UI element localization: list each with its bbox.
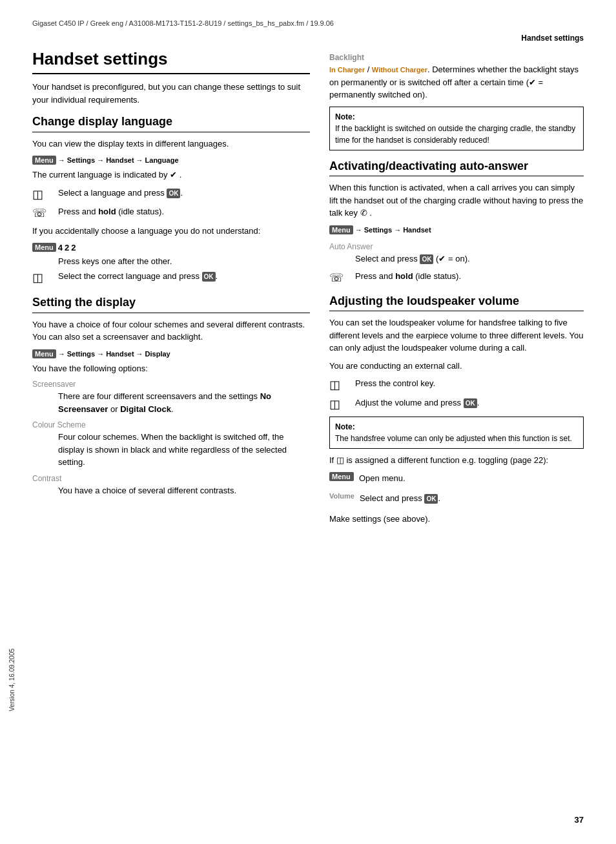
language-label: Language xyxy=(145,156,179,164)
note-text-loudspeaker: The handsfree volume can only be adjuste… xyxy=(335,434,572,443)
settings-label-1: Settings xyxy=(67,156,95,164)
menu-tag-aa: Menu xyxy=(329,225,353,234)
section-underline-1 xyxy=(32,132,310,132)
arrow-aa1: → xyxy=(355,226,362,234)
section-underline-3 xyxy=(329,176,584,176)
section-title-change-display: Change display language xyxy=(32,115,310,129)
page-title: Handset settings xyxy=(32,49,310,69)
settings-label-aa: Settings xyxy=(364,226,392,234)
header-right: Handset settings xyxy=(521,34,584,43)
menu-tag-ls: Menu xyxy=(329,472,354,481)
volume-label: Volume xyxy=(329,492,354,500)
num-2b: 2 xyxy=(71,243,76,252)
section-auto-answer: Activating/deactivating auto-answer When… xyxy=(329,160,584,285)
following-options-text: You have the following options: xyxy=(32,362,310,375)
intro-text: Your handset is preconfigured, but you c… xyxy=(32,81,310,106)
title-underline xyxy=(32,73,310,74)
action-text-aa-2: Press and hold (idle status). xyxy=(355,270,584,283)
ok-badge-1: OK xyxy=(167,189,180,198)
ok-badge-aa: OK xyxy=(420,254,433,264)
arrow-1: → xyxy=(58,156,65,164)
menu-tag-422: Menu xyxy=(32,243,56,252)
action-row-1: ◫ Select a language and press OK. xyxy=(32,187,310,202)
screensaver-text: There are four different screensavers an… xyxy=(58,390,310,415)
section-backlight: Backlight In Charger / Without Charger. … xyxy=(329,53,584,150)
backlight-label: Backlight xyxy=(329,53,584,62)
page-number: 37 xyxy=(575,815,584,825)
menu-tag-1: Menu xyxy=(32,156,56,165)
page: Gigaset C450 IP / Greek eng / A31008-M17… xyxy=(0,0,616,844)
two-col-layout: Handset settings Your handset is preconf… xyxy=(32,49,584,534)
language-indicated-text: The current language is indicated by ✔ . xyxy=(32,169,310,181)
ok-badge-ls: OK xyxy=(464,398,477,408)
num-2a: 2 xyxy=(65,243,69,252)
action-text-ls-1: Press the control key. xyxy=(355,377,584,390)
if-assigned-text: If ◫ is assigned a different function e.… xyxy=(329,454,584,467)
section-title-setting-display: Setting the display xyxy=(32,296,310,310)
note-title-loudspeaker: Note: xyxy=(335,422,355,431)
screensaver-label: Screensaver xyxy=(32,380,310,389)
action-text-1: Select a language and press OK. xyxy=(58,187,310,200)
backlight-text: In Charger / Without Charger. Determines… xyxy=(329,63,584,101)
change-display-text1: You can view the display texts in differ… xyxy=(32,138,310,150)
section-underline-4 xyxy=(329,311,584,311)
menu-path-language: Menu → Settings → Handset → Language xyxy=(32,156,179,165)
action-text-ls-2: Adjust the volume and press OK. xyxy=(355,396,584,409)
action-row-2: ☏ Press and hold (idle status). xyxy=(32,205,310,221)
action-row-ls-1: ◫ Press the control key. xyxy=(329,377,584,393)
arrow-d1: → xyxy=(58,350,65,358)
colour-scheme-text: Four colour schemes. When the backlight … xyxy=(58,431,310,469)
loudspeaker-text1: You can set the loudspeaker volume for h… xyxy=(329,316,584,355)
menu-number-422: Menu 4 2 2 xyxy=(32,243,76,252)
note-title-backlight: Note: xyxy=(335,112,355,121)
note-box-backlight: Note: If the backlight is switched on ou… xyxy=(329,107,584,150)
display-label: Display xyxy=(145,350,170,358)
handset-label-1: Handset xyxy=(106,156,134,164)
handset-label-d: Handset xyxy=(106,350,134,358)
menu-path-display: Menu → Settings → Handset → Display xyxy=(32,349,170,358)
auto-answer-text1: When this function is activated, when a … xyxy=(329,181,584,220)
section-title-auto-answer: Activating/deactivating auto-answer xyxy=(329,160,584,174)
settings-label-d: Settings xyxy=(67,350,95,358)
setting-display-text1: You have a choice of four colour schemes… xyxy=(32,318,310,344)
section-loudspeaker-volume: Adjusting the loudspeaker volume You can… xyxy=(329,294,584,526)
section-underline-2 xyxy=(32,313,310,313)
phone-icon-aa: ☏ xyxy=(329,271,349,285)
note-box-loudspeaker: Note: The handsfree volume can only be a… xyxy=(329,417,584,449)
auto-answer-action-text-1: Select and press OK (✔ = on). xyxy=(355,252,584,265)
adjust-icon: ◫ xyxy=(329,398,349,412)
right-column: Backlight In Charger / Without Charger. … xyxy=(329,49,584,534)
contrast-label: Contrast xyxy=(32,474,310,483)
version-text: Version 4, 16.09.2005 xyxy=(8,648,15,711)
menu-action-row: Menu Open menu. xyxy=(329,472,584,490)
section-setting-display: Setting the display You have a choice of… xyxy=(32,296,310,497)
auto-answer-action-1: Select and press OK (✔ = on). xyxy=(355,252,584,265)
nav-icon-1: ◫ xyxy=(32,188,52,202)
section-change-display-language: Change display language You can view the… xyxy=(32,115,310,285)
menu-path-auto-answer: Menu → Settings → Handset xyxy=(329,225,431,234)
phone-icon-1: ☏ xyxy=(32,207,52,221)
action-row-ls-2: ◫ Adjust the volume and press OK. xyxy=(329,396,584,412)
arrow-d2: → xyxy=(97,350,104,358)
colour-scheme-label: Colour Scheme xyxy=(32,420,310,429)
action-text-3: Select the correct language and press OK… xyxy=(58,270,310,283)
left-column: Handset settings Your handset is preconf… xyxy=(32,49,310,534)
section-title-loudspeaker: Adjusting the loudspeaker volume xyxy=(329,294,584,309)
make-settings-text: Make settings (see above). xyxy=(329,513,584,526)
auto-answer-sub-label: Auto Answer xyxy=(329,242,584,251)
menu-tag-display: Menu xyxy=(32,349,56,358)
note-text-backlight: If the backlight is switched on outside … xyxy=(335,124,575,145)
arrow-3: → xyxy=(136,156,143,164)
arrow-2: → xyxy=(97,156,104,164)
control-key-icon: ◫ xyxy=(329,378,349,393)
arrow-aa2: → xyxy=(394,226,401,234)
num-4: 4 xyxy=(58,243,63,252)
handset-label-aa: Handset xyxy=(403,226,431,234)
if-text-1: If you accidentally choose a language yo… xyxy=(32,225,310,238)
press-keys-text: Press keys one after the other. xyxy=(58,255,310,268)
volume-select-text: Select and press OK. xyxy=(360,492,440,505)
open-menu-text: Open menu. xyxy=(359,472,406,485)
action-row-3: ◫ Select the correct language and press … xyxy=(32,270,310,285)
ok-badge-2: OK xyxy=(202,272,216,282)
volume-action-row: Volume Select and press OK. xyxy=(329,492,584,510)
